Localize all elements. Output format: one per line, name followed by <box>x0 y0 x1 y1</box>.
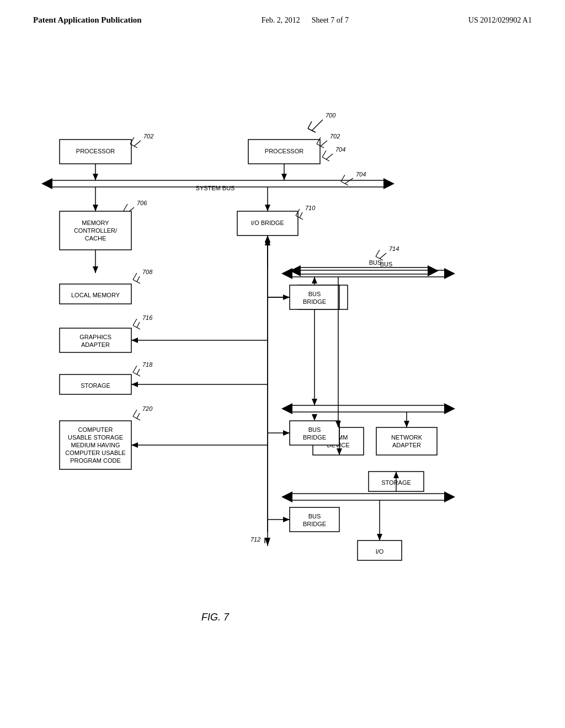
svg-text:720: 720 <box>142 405 153 412</box>
svg-line-54 <box>376 250 380 256</box>
svg-line-72 <box>137 276 140 282</box>
svg-text:718: 718 <box>142 361 153 368</box>
svg-marker-134 <box>444 491 455 502</box>
svg-line-79 <box>133 325 140 329</box>
svg-text:I/O BRIDGE: I/O BRIDGE <box>251 220 284 226</box>
svg-text:BRIDGE: BRIDGE <box>303 434 326 441</box>
svg-marker-166 <box>312 399 317 405</box>
header-publication: Patent Application Publication <box>33 15 142 25</box>
svg-text:702: 702 <box>330 133 340 140</box>
svg-line-74 <box>133 273 137 280</box>
svg-line-26 <box>345 178 353 184</box>
svg-rect-135 <box>290 507 339 532</box>
diagram-area: 700 PROCESSOR 702 PROCESSOR 702 704 <box>0 36 565 698</box>
svg-marker-23 <box>383 178 395 189</box>
svg-rect-120 <box>290 421 339 445</box>
svg-marker-162 <box>312 277 317 283</box>
svg-text:712: 712 <box>250 536 260 543</box>
svg-text:SYSTEM BUS: SYSTEM BUS <box>196 185 235 191</box>
svg-line-19 <box>322 151 326 157</box>
svg-text:FIG. 7: FIG. 7 <box>201 612 230 623</box>
svg-text:MEMORY: MEMORY <box>82 220 109 226</box>
svg-line-1 <box>312 120 323 131</box>
svg-text:BUS: BUS <box>308 513 321 520</box>
svg-text:702: 702 <box>143 133 153 140</box>
page-header: Patent Application Publication Feb. 2, 2… <box>0 0 565 30</box>
svg-line-87 <box>133 366 137 372</box>
svg-text:716: 716 <box>142 314 153 321</box>
svg-text:ADAPTER: ADAPTER <box>81 341 110 348</box>
svg-marker-118 <box>281 403 292 414</box>
svg-text:BUS: BUS <box>308 426 321 433</box>
svg-line-91 <box>137 413 140 419</box>
svg-text:COMPUTER USABLE: COMPUTER USABLE <box>65 449 125 456</box>
svg-text:704: 704 <box>335 146 345 153</box>
svg-line-73 <box>133 280 140 283</box>
svg-marker-151 <box>131 338 138 343</box>
svg-marker-101 <box>265 235 270 243</box>
svg-marker-119 <box>444 403 455 414</box>
svg-text:PROCESSOR: PROCESSOR <box>76 148 115 154</box>
svg-line-93 <box>133 410 137 416</box>
svg-text:NETWORK: NETWORK <box>391 434 423 441</box>
svg-line-13 <box>321 141 327 146</box>
svg-text:700: 700 <box>326 112 336 119</box>
svg-rect-81 <box>60 328 131 352</box>
svg-rect-156 <box>290 285 339 309</box>
header-patent-number: US 2012/029902 A1 <box>468 16 532 25</box>
svg-marker-70 <box>93 266 98 273</box>
svg-marker-32 <box>281 174 287 180</box>
svg-marker-155 <box>131 442 138 448</box>
svg-line-3 <box>308 121 312 129</box>
svg-line-86 <box>133 372 140 376</box>
svg-marker-105 <box>444 268 455 279</box>
svg-line-92 <box>133 416 140 420</box>
svg-line-17 <box>326 154 333 159</box>
svg-text:LOCAL MEMORY: LOCAL MEMORY <box>71 292 120 298</box>
header-date: Feb. 2, 2012 <box>262 16 300 24</box>
svg-text:PROGRAM CODE: PROGRAM CODE <box>70 457 121 464</box>
svg-marker-126 <box>404 421 409 427</box>
svg-text:ADAPTER: ADAPTER <box>392 442 421 448</box>
svg-text:704: 704 <box>356 171 366 178</box>
svg-text:GRAPHICS: GRAPHICS <box>79 334 111 340</box>
svg-text:COMPUTER: COMPUTER <box>78 426 113 433</box>
svg-marker-58 <box>428 265 439 276</box>
svg-text:I/O: I/O <box>376 548 384 555</box>
svg-text:STORAGE: STORAGE <box>81 382 110 389</box>
svg-marker-50 <box>265 205 270 211</box>
svg-line-80 <box>133 319 137 325</box>
svg-line-52 <box>380 253 386 259</box>
svg-line-7 <box>134 141 141 146</box>
svg-text:BUS: BUS <box>380 261 393 267</box>
svg-text:710: 710 <box>305 205 316 211</box>
header-sheet: Sheet 7 of 7 <box>312 16 349 24</box>
svg-marker-128 <box>283 430 290 436</box>
svg-line-36 <box>124 204 127 211</box>
svg-line-85 <box>137 369 140 374</box>
svg-text:CONTROLLER/: CONTROLLER/ <box>74 227 118 234</box>
svg-text:BRIDGE: BRIDGE <box>303 298 326 305</box>
svg-text:706: 706 <box>137 200 147 206</box>
svg-line-78 <box>137 322 140 328</box>
svg-marker-42 <box>93 205 98 211</box>
svg-marker-104 <box>281 268 292 279</box>
svg-text:MEDIUM HAVING: MEDIUM HAVING <box>71 442 120 448</box>
svg-text:714: 714 <box>389 245 399 252</box>
svg-marker-153 <box>131 382 138 387</box>
svg-marker-30 <box>93 174 98 180</box>
svg-line-46 <box>300 212 302 218</box>
svg-text:PROCESSOR: PROCESSOR <box>265 148 303 154</box>
svg-text:USABLE STORAGE: USABLE STORAGE <box>68 434 123 441</box>
header-date-sheet: Feb. 2, 2012 Sheet 7 of 7 <box>262 16 349 25</box>
svg-text:BRIDGE: BRIDGE <box>303 521 326 527</box>
svg-marker-133 <box>281 491 292 502</box>
svg-marker-22 <box>41 178 52 189</box>
svg-marker-167 <box>312 414 317 421</box>
svg-text:BUS: BUS <box>308 291 321 297</box>
svg-text:CACHE: CACHE <box>85 235 106 242</box>
svg-marker-160 <box>283 295 290 300</box>
svg-text:708: 708 <box>142 269 153 275</box>
svg-marker-145 <box>377 534 382 540</box>
svg-marker-141 <box>283 517 290 522</box>
